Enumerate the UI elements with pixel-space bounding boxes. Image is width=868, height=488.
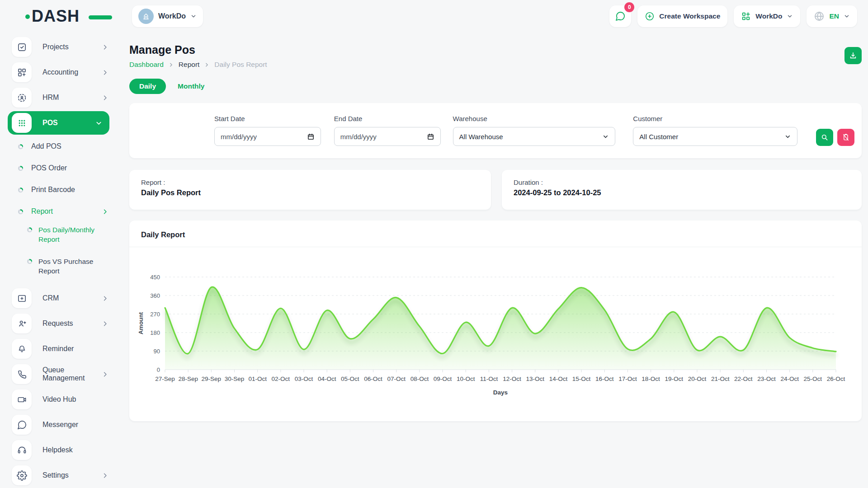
workspace-selector[interactable]: WorkDo xyxy=(132,5,203,27)
warehouse-select[interactable]: All Warehouse xyxy=(453,127,616,146)
settings-gear-icon xyxy=(12,465,32,485)
svg-text:20-Oct: 20-Oct xyxy=(688,375,707,382)
end-date-label: End Date xyxy=(334,115,441,122)
breadcrumb-current: Daily Pos Report xyxy=(214,61,267,69)
duration-value: 2024-09-25 to 2024-10-25 xyxy=(514,188,850,197)
sidebar-item-label: Video Hub xyxy=(42,395,76,404)
customer-field-group: Customer All Customer xyxy=(633,115,797,158)
sidebar-item-messenger[interactable]: Messenger xyxy=(0,412,118,437)
sidebar-item-settings[interactable]: Settings xyxy=(0,463,118,488)
calendar-icon xyxy=(307,133,315,141)
notification-badge: 0 xyxy=(624,2,634,12)
sidebar-item-pos-vs-purchase-report[interactable]: Pos VS Purchase Report xyxy=(0,254,118,286)
workspace-menu-button[interactable]: WorkDo xyxy=(734,5,800,27)
daily-report-area-chart: 09018027036045027-Sep28-Sep29-Sep30-Sep0… xyxy=(129,248,862,416)
svg-text:23-Oct: 23-Oct xyxy=(757,375,776,382)
chevron-right-icon xyxy=(102,320,108,327)
svg-text:360: 360 xyxy=(150,292,160,299)
sidebar-item-hrm[interactable]: HRM xyxy=(0,85,118,110)
sidebar-item-pos[interactable]: POS xyxy=(8,111,109,135)
chevron-right-icon xyxy=(204,62,210,68)
end-date-input[interactable]: mm/dd/yyyy xyxy=(334,127,441,146)
breadcrumb-dashboard[interactable]: Dashboard xyxy=(129,61,164,69)
notifications-button[interactable]: 0 xyxy=(609,5,631,27)
language-selector[interactable]: EN xyxy=(807,5,857,27)
customer-label: Customer xyxy=(633,115,797,122)
svg-text:28-Sep: 28-Sep xyxy=(178,375,198,382)
svg-text:13-Oct: 13-Oct xyxy=(526,375,545,382)
sidebar-item-projects[interactable]: Projects xyxy=(0,34,118,60)
sidebar-item-label: Settings xyxy=(42,471,69,479)
sidebar-item-label: Accounting xyxy=(42,68,78,76)
end-date-field-group: End Date mm/dd/yyyy xyxy=(334,115,441,158)
duration-summary-card: Duration : 2024-09-25 to 2024-10-25 xyxy=(502,170,862,210)
sidebar-item-queue-management[interactable]: Queue Management xyxy=(0,361,118,387)
bullet-icon xyxy=(18,166,23,171)
sidebar-item-label: Report xyxy=(31,207,53,216)
accounting-grid-icon xyxy=(12,62,32,82)
bullet-icon xyxy=(18,144,23,149)
sidebar-item-label: Print Barcode xyxy=(31,186,75,194)
sidebar-item-label: Helpdesk xyxy=(42,446,73,454)
breadcrumb-report[interactable]: Report xyxy=(179,61,200,69)
svg-text:12-Oct: 12-Oct xyxy=(503,375,521,382)
logo-text: DASH xyxy=(32,7,80,25)
sidebar-item-pos-daily-monthly-report[interactable]: Pos Daily/Monthly Report xyxy=(0,222,118,254)
svg-text:14-Oct: 14-Oct xyxy=(549,375,568,382)
sidebar-item-label: Projects xyxy=(42,43,69,51)
chevron-down-icon xyxy=(784,133,791,140)
svg-text:09-Oct: 09-Oct xyxy=(434,375,452,382)
svg-text:19-Oct: 19-Oct xyxy=(665,375,684,382)
workspace-name: WorkDo xyxy=(158,12,186,20)
bullet-icon xyxy=(27,227,32,232)
sidebar-item-print-barcode[interactable]: Print Barcode xyxy=(0,179,118,201)
svg-text:17-Oct: 17-Oct xyxy=(618,375,637,382)
svg-text:03-Oct: 03-Oct xyxy=(295,375,313,382)
sidebar-item-label: Pos VS Purchase Report xyxy=(38,257,106,276)
sidebar-item-report[interactable]: Report xyxy=(0,201,118,222)
hrm-icon xyxy=(12,88,32,108)
sidebar-item-requests[interactable]: Requests xyxy=(0,311,118,336)
svg-text:21-Oct: 21-Oct xyxy=(711,375,730,382)
tab-monthly[interactable]: Monthly xyxy=(178,82,204,90)
building-icon xyxy=(142,12,150,20)
sidebar-item-crm[interactable]: CRM xyxy=(0,286,118,311)
chevron-right-icon xyxy=(168,62,174,68)
svg-text:270: 270 xyxy=(150,311,160,318)
svg-text:27-Sep: 27-Sep xyxy=(155,375,175,382)
breadcrumb: Dashboard Report Daily Pos Report xyxy=(129,61,862,69)
logo-bar xyxy=(89,15,112,19)
customer-select[interactable]: All Customer xyxy=(633,127,797,146)
chevron-down-icon xyxy=(844,13,850,19)
download-report-button[interactable] xyxy=(844,47,862,64)
sidebar-item-helpdesk[interactable]: Helpdesk xyxy=(0,437,118,463)
svg-text:180: 180 xyxy=(150,329,160,336)
logo-dot xyxy=(25,14,30,19)
bullet-icon xyxy=(18,188,23,192)
search-button[interactable] xyxy=(816,129,833,146)
duration-label: Duration : xyxy=(514,178,850,186)
svg-text:11-Oct: 11-Oct xyxy=(480,375,498,382)
chevron-right-icon xyxy=(102,371,108,378)
header-actions: 0 Create Workspace WorkDo EN xyxy=(609,5,857,27)
dash-logo[interactable]: DASH xyxy=(32,7,99,26)
chevron-down-icon xyxy=(95,120,102,127)
chevron-down-icon xyxy=(602,133,609,140)
svg-text:04-Oct: 04-Oct xyxy=(318,375,336,382)
main-content: Manage Pos Dashboard Report Daily Pos Re… xyxy=(118,33,868,488)
report-period-tabs: Daily Monthly xyxy=(129,79,862,94)
sidebar-item-reminder[interactable]: Reminder xyxy=(0,336,118,361)
top-header: DASH WorkDo 0 Create Workspace WorkDo EN xyxy=(0,0,868,33)
sidebar-item-video-hub[interactable]: Video Hub xyxy=(0,387,118,412)
sidebar-item-pos-order[interactable]: POS Order xyxy=(0,157,118,179)
start-date-label: Start Date xyxy=(214,115,321,122)
reset-filter-button[interactable] xyxy=(837,129,854,146)
sidebar-item-add-pos[interactable]: Add POS xyxy=(0,136,118,157)
sidebar-item-accounting[interactable]: Accounting xyxy=(0,60,118,85)
create-workspace-button[interactable]: Create Workspace xyxy=(637,5,727,27)
svg-text:29-Sep: 29-Sep xyxy=(202,375,222,382)
chevron-right-icon xyxy=(102,69,108,76)
tab-daily[interactable]: Daily xyxy=(129,79,166,94)
chevron-down-icon xyxy=(190,13,197,19)
start-date-input[interactable]: mm/dd/yyyy xyxy=(214,127,321,146)
